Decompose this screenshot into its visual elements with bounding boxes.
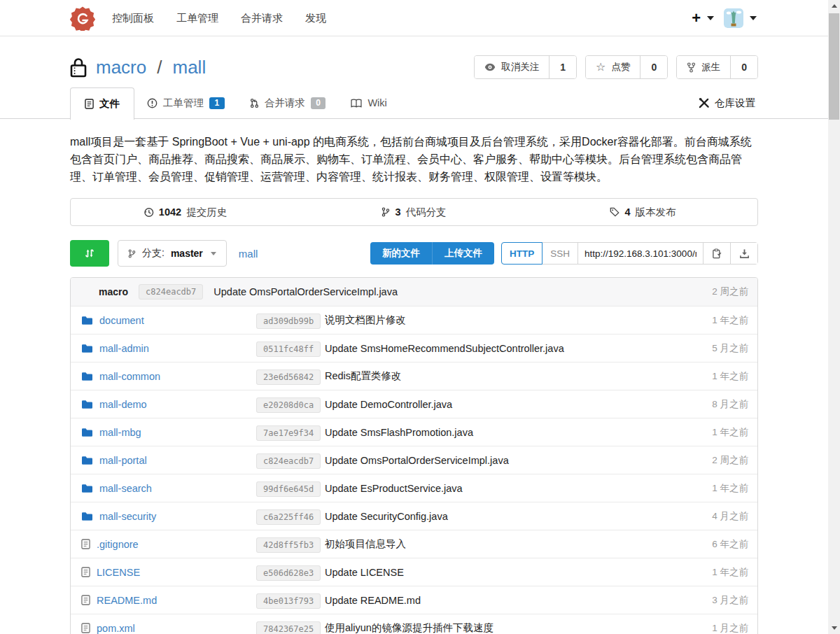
file-commit-message[interactable]: Update OmsPortalOrderServiceImpl.java [325, 455, 712, 466]
file-commit-message[interactable]: 初始项目信息导入 [325, 537, 712, 551]
file-commit-message[interactable]: Redis配置类修改 [325, 369, 712, 383]
file-commit-hash[interactable]: 23e6d56842 [256, 369, 321, 385]
file-name-link[interactable]: mall-search [99, 483, 152, 494]
file-name-link[interactable]: mall-demo [99, 399, 147, 410]
table-row: LICENSE e506d628e3 Update LICENSE 1 年之前 [71, 558, 757, 586]
file-name-link[interactable]: mall-security [99, 511, 156, 522]
file-name-link[interactable]: mall-admin [99, 343, 149, 354]
table-row: mall-portal c824eacdb7 Update OmsPortalO… [71, 446, 757, 474]
file-name-link[interactable]: LICENSE [97, 567, 140, 578]
nav-item[interactable]: 发现 [294, 0, 337, 36]
repo-owner-link[interactable]: macro [96, 57, 146, 78]
scrollbar-thumb[interactable] [829, 13, 839, 120]
nav-item[interactable]: 合并请求 [230, 0, 294, 36]
file-commit-hash[interactable]: e20208d0ca [256, 397, 321, 413]
file-icon [81, 539, 90, 549]
file-commit-hash[interactable]: 7ae17e9f34 [256, 425, 321, 441]
file-icon [81, 595, 90, 605]
vertical-scrollbar[interactable] [828, 0, 840, 634]
repo-title: macro / mall [70, 57, 206, 78]
nav-item[interactable]: 控制面板 [101, 0, 165, 36]
file-commit-hash[interactable]: 0511fc48ff [256, 341, 321, 357]
file-commit-message[interactable]: Update SmsFlashPromotion.java [325, 427, 712, 438]
file-name-link[interactable]: pom.xml [97, 623, 135, 634]
download-archive-button[interactable] [730, 243, 757, 264]
upload-file-button[interactable]: 上传文件 [432, 242, 494, 265]
branch-selector[interactable]: 分支: master [118, 240, 227, 267]
copy-url-button[interactable] [703, 243, 730, 264]
file-commit-time: 1 年之前 [712, 370, 748, 383]
new-file-button[interactable]: 新的文件 [370, 242, 432, 265]
user-menu[interactable] [724, 8, 757, 28]
file-commit-hash[interactable]: 4be013f793 [256, 593, 321, 609]
file-commit-message[interactable]: Update README.md [325, 595, 712, 606]
pulls-badge: 0 [311, 97, 326, 109]
branches-stat[interactable]: 3代码分支 [300, 199, 528, 225]
file-commit-message[interactable]: Update SmsHomeRecommendSubjectController… [325, 343, 712, 354]
commit-hash-badge[interactable]: c824eacdb7 [139, 284, 203, 300]
table-row: mall-security c6a225ff46 Update Security… [71, 502, 757, 530]
file-commit-time: 5 月之前 [712, 342, 748, 355]
fork-button[interactable]: 派生 [677, 56, 730, 78]
unwatch-button[interactable]: 取消关注 [475, 56, 549, 78]
file-name-link[interactable]: .gitignore [97, 539, 139, 550]
clone-url-input[interactable] [578, 243, 703, 264]
folder-icon [81, 372, 93, 381]
file-commit-time: 2 周之前 [712, 454, 748, 467]
create-new-menu[interactable]: + [690, 8, 715, 29]
file-commit-message[interactable]: Update LICENSE [325, 567, 712, 578]
eye-icon [484, 63, 496, 71]
file-name-link[interactable]: mall-mbg [99, 427, 141, 438]
repo-settings-link[interactable]: 仓库设置 [696, 87, 758, 119]
clone-http-button[interactable]: HTTP [501, 242, 542, 265]
scroll-up-button[interactable] [828, 0, 840, 12]
repo-name-link[interactable]: mall [172, 57, 206, 78]
file-commit-message[interactable]: 使用aliyun的镜像源提升插件下载速度 [325, 621, 712, 634]
tools-icon [699, 98, 709, 108]
commit-author[interactable]: macro [99, 286, 128, 297]
clone-ssh-button[interactable]: SSH [542, 243, 578, 264]
chevron-down-icon [211, 252, 216, 255]
file-commit-message[interactable]: 说明文档图片修改 [325, 314, 712, 327]
nav-item[interactable]: 工单管理 [165, 0, 230, 36]
tab-issues[interactable]: 工单管理 1 [134, 87, 237, 119]
file-commit-message[interactable]: Update SecurityConfig.java [325, 511, 712, 522]
file-commit-hash[interactable]: 42d8ff5fb3 [256, 537, 321, 553]
commits-stat[interactable]: 1042提交历史 [71, 199, 300, 225]
scroll-down-button[interactable] [828, 622, 840, 634]
file-name-link[interactable]: mall-common [99, 371, 160, 382]
star-count[interactable]: 0 [640, 56, 667, 78]
nav-right: + [690, 8, 758, 29]
file-commit-hash[interactable]: c6a225ff46 [256, 509, 321, 525]
file-name-link[interactable]: README.md [97, 595, 157, 606]
file-name-link[interactable]: document [99, 315, 144, 326]
history-icon [144, 207, 154, 218]
file-commit-message[interactable]: Update DemoController.java [325, 399, 712, 410]
releases-stat[interactable]: 4版本发布 [528, 199, 757, 225]
star-button[interactable]: ☆ 点赞 [586, 56, 640, 78]
table-row: mall-admin 0511fc48ff Update SmsHomeReco… [71, 334, 757, 362]
tab-wiki[interactable]: Wiki [338, 87, 399, 119]
compare-button[interactable] [70, 240, 109, 267]
issues-badge: 1 [209, 97, 225, 109]
file-name-link[interactable]: mall-portal [99, 455, 147, 466]
watch-count[interactable]: 1 [549, 56, 576, 78]
file-commit-hash[interactable]: c824eacdb7 [256, 453, 321, 469]
folder-icon [81, 400, 93, 409]
commit-message[interactable]: Update OmsPortalOrderServiceImpl.java [214, 286, 398, 297]
file-commit-message[interactable]: Update EsProductService.java [325, 483, 712, 494]
gogs-logo-icon[interactable] [70, 6, 95, 31]
tab-files[interactable]: 文件 [70, 87, 134, 120]
file-commit-hash[interactable]: 7842367e25 [256, 621, 321, 634]
repo-description: mall项目是一套基于 SpringBoot + Vue + uni-app 的… [70, 133, 758, 185]
file-commit-hash[interactable]: ad309db99b [256, 314, 321, 329]
tab-pulls[interactable]: 合并请求 0 [237, 87, 339, 119]
file-commit-hash[interactable]: 99df6e645d [256, 481, 321, 497]
breadcrumb-repo-root[interactable]: mall [239, 248, 258, 260]
file-commit-hash[interactable]: e506d628e3 [256, 565, 321, 581]
folder-icon [81, 428, 93, 437]
fork-count[interactable]: 0 [730, 56, 757, 78]
clipboard-icon [712, 248, 722, 259]
folder-icon [81, 456, 93, 465]
commit-time: 2 周之前 [712, 286, 748, 298]
